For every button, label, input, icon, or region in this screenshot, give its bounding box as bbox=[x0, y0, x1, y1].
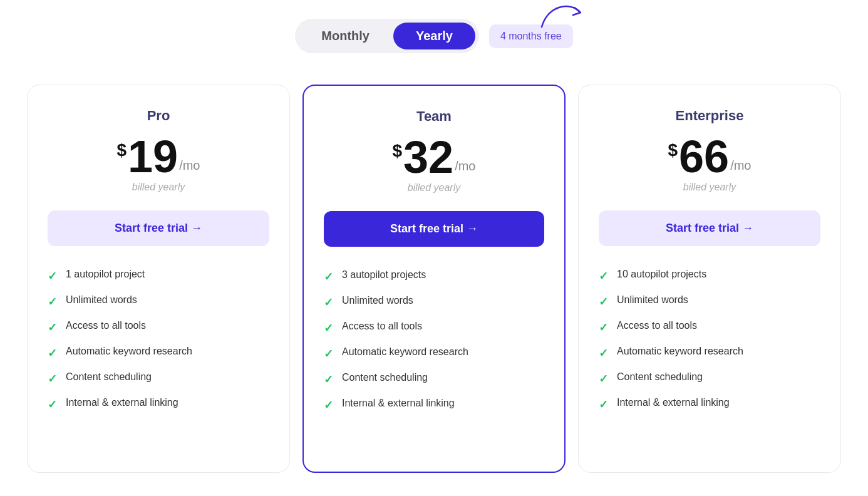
check-icon: ✓ bbox=[48, 372, 57, 386]
price-row: $ 19 /mo bbox=[116, 134, 200, 179]
feature-text: Access to all tools bbox=[66, 320, 146, 331]
price-number: 19 bbox=[128, 134, 178, 179]
feature-text: Content scheduling bbox=[66, 371, 152, 383]
feature-text: Internal & external linking bbox=[66, 397, 178, 408]
plan-name: Enterprise bbox=[676, 108, 744, 124]
feature-item: ✓ Content scheduling bbox=[48, 371, 269, 386]
feature-text: Unlimited words bbox=[617, 294, 688, 306]
monthly-toggle-button[interactable]: Monthly bbox=[299, 23, 392, 49]
feature-text: Content scheduling bbox=[617, 371, 703, 383]
feature-text: Access to all tools bbox=[342, 321, 422, 332]
check-icon: ✓ bbox=[324, 321, 333, 335]
check-icon: ✓ bbox=[48, 295, 57, 309]
cta-button-team[interactable]: Start free trial → bbox=[324, 211, 544, 247]
feature-text: Content scheduling bbox=[342, 372, 428, 383]
feature-text: Unlimited words bbox=[66, 294, 137, 306]
price-period: /mo bbox=[179, 158, 200, 179]
check-icon: ✓ bbox=[324, 347, 333, 361]
cta-button-pro[interactable]: Start free trial → bbox=[48, 210, 269, 246]
billed-label: billed yearly bbox=[683, 182, 736, 193]
feature-text: 1 autopilot project bbox=[66, 269, 145, 280]
check-icon: ✓ bbox=[48, 346, 57, 360]
check-icon: ✓ bbox=[599, 346, 608, 360]
price-dollar: $ bbox=[116, 134, 127, 160]
check-icon: ✓ bbox=[599, 321, 608, 334]
price-row: $ 66 /mo bbox=[668, 134, 751, 179]
feature-item: ✓ Internal & external linking bbox=[48, 397, 269, 411]
features-list: ✓ 1 autopilot project ✓ Unlimited words … bbox=[48, 269, 269, 411]
check-icon: ✓ bbox=[324, 296, 333, 309]
check-icon: ✓ bbox=[48, 269, 57, 283]
check-icon: ✓ bbox=[324, 373, 333, 386]
feature-item: ✓ Internal & external linking bbox=[599, 397, 820, 411]
billed-label: billed yearly bbox=[408, 182, 460, 194]
features-list: ✓ 3 autopilot projects ✓ Unlimited words… bbox=[324, 269, 544, 412]
feature-text: Unlimited words bbox=[342, 295, 413, 306]
arrow-icon bbox=[535, 0, 586, 33]
feature-item: ✓ Automatic keyword research bbox=[599, 346, 820, 360]
plan-card-pro: Pro $ 19 /mo billed yearly Start free tr… bbox=[27, 85, 290, 473]
check-icon: ✓ bbox=[48, 398, 57, 411]
feature-item: ✓ Access to all tools bbox=[599, 320, 820, 334]
feature-text: Automatic keyword research bbox=[617, 346, 743, 357]
check-icon: ✓ bbox=[599, 269, 608, 283]
plan-name: Team bbox=[416, 108, 452, 125]
price-dollar: $ bbox=[392, 135, 402, 161]
billing-toggle: Monthly Yearly bbox=[295, 19, 479, 53]
feature-text: 3 autopilot projects bbox=[342, 269, 426, 281]
feature-item: ✓ Internal & external linking bbox=[324, 398, 544, 412]
feature-item: ✓ Access to all tools bbox=[48, 320, 269, 334]
yearly-toggle-button[interactable]: Yearly bbox=[393, 23, 475, 49]
pricing-cards-container: Pro $ 19 /mo billed yearly Start free tr… bbox=[21, 85, 847, 473]
feature-item: ✓ 10 autopilot projects bbox=[599, 269, 820, 283]
feature-item: ✓ Access to all tools bbox=[324, 321, 544, 335]
feature-item: ✓ Unlimited words bbox=[324, 295, 544, 309]
price-period: /mo bbox=[455, 159, 475, 180]
plan-card-enterprise: Enterprise $ 66 /mo billed yearly Start … bbox=[578, 85, 841, 473]
feature-text: Access to all tools bbox=[617, 320, 697, 331]
check-icon: ✓ bbox=[599, 398, 608, 411]
feature-item: ✓ Automatic keyword research bbox=[324, 346, 544, 361]
feature-item: ✓ Content scheduling bbox=[324, 372, 544, 386]
price-number: 66 bbox=[679, 134, 729, 179]
feature-text: Automatic keyword research bbox=[66, 346, 192, 357]
plan-card-team: Team $ 32 /mo billed yearly Start free t… bbox=[302, 85, 566, 473]
feature-text: 10 autopilot projects bbox=[617, 269, 706, 280]
check-icon: ✓ bbox=[324, 398, 333, 412]
feature-item: ✓ 1 autopilot project bbox=[48, 269, 269, 283]
feature-item: ✓ Content scheduling bbox=[599, 371, 820, 386]
cta-button-enterprise[interactable]: Start free trial → bbox=[599, 210, 820, 246]
feature-item: ✓ 3 autopilot projects bbox=[324, 269, 544, 284]
features-list: ✓ 10 autopilot projects ✓ Unlimited word… bbox=[599, 269, 820, 411]
check-icon: ✓ bbox=[48, 321, 57, 334]
plan-name: Pro bbox=[147, 108, 170, 124]
feature-item: ✓ Automatic keyword research bbox=[48, 346, 269, 360]
feature-text: Internal & external linking bbox=[342, 398, 455, 409]
check-icon: ✓ bbox=[599, 295, 608, 309]
feature-text: Automatic keyword research bbox=[342, 346, 468, 358]
price-number: 32 bbox=[403, 135, 453, 180]
feature-text: Internal & external linking bbox=[617, 397, 730, 408]
feature-item: ✓ Unlimited words bbox=[599, 294, 820, 309]
billed-label: billed yearly bbox=[132, 182, 185, 193]
check-icon: ✓ bbox=[599, 372, 608, 386]
feature-item: ✓ Unlimited words bbox=[48, 294, 269, 309]
billing-toggle-section: Monthly Yearly 4 months free bbox=[295, 19, 572, 53]
price-period: /mo bbox=[730, 158, 751, 179]
price-row: $ 32 /mo bbox=[392, 135, 475, 180]
price-dollar: $ bbox=[668, 134, 678, 160]
check-icon: ✓ bbox=[324, 270, 333, 284]
